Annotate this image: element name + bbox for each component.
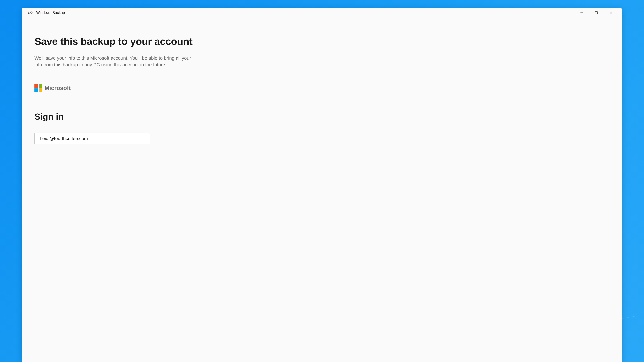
close-button[interactable] bbox=[604, 8, 618, 18]
app-window: Windows Backup bbox=[22, 8, 622, 362]
svg-rect-1 bbox=[595, 11, 598, 14]
titlebar: Windows Backup bbox=[22, 8, 622, 18]
cloud-upload-icon bbox=[28, 10, 33, 15]
app-title: Windows Backup bbox=[36, 10, 65, 15]
ms-square-yellow bbox=[39, 88, 42, 92]
minimize-button[interactable] bbox=[574, 8, 589, 18]
microsoft-brand: Microsoft bbox=[34, 84, 610, 92]
ms-square-red bbox=[34, 84, 38, 88]
desktop-background: Windows Backup bbox=[0, 0, 644, 362]
titlebar-left: Windows Backup bbox=[26, 10, 65, 15]
content-area: Save this backup to your account We'll s… bbox=[22, 18, 622, 144]
signin-heading: Sign in bbox=[34, 112, 610, 122]
close-icon bbox=[610, 11, 612, 14]
window-controls bbox=[574, 8, 618, 18]
microsoft-logo-icon bbox=[34, 84, 42, 92]
page-description: We'll save your info to this Microsoft a… bbox=[34, 55, 194, 68]
minimize-icon bbox=[580, 11, 583, 14]
ms-square-green bbox=[39, 84, 42, 88]
page-heading: Save this backup to your account bbox=[34, 35, 610, 47]
maximize-icon bbox=[595, 11, 598, 14]
email-field[interactable] bbox=[34, 133, 150, 144]
ms-square-blue bbox=[34, 88, 38, 92]
maximize-button[interactable] bbox=[589, 8, 604, 18]
microsoft-brand-label: Microsoft bbox=[44, 85, 71, 92]
